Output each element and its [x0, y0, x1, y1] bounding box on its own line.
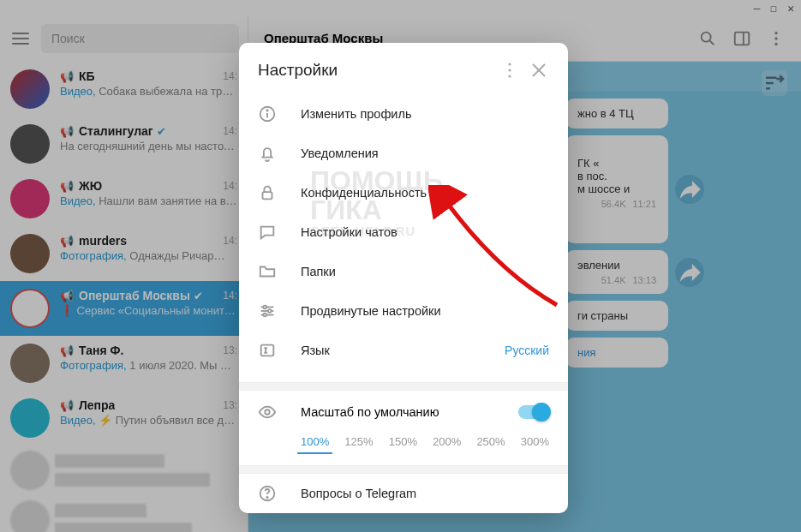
chat-icon	[258, 223, 277, 242]
menu-value: Русский	[505, 344, 549, 357]
menu-label: Вопросы о Telegram	[301, 487, 416, 500]
info-icon	[258, 105, 277, 123]
default-scale-toggle[interactable]	[518, 405, 549, 419]
scale-option[interactable]: 150%	[389, 435, 417, 448]
menu-label: Настройки чатов	[301, 225, 398, 239]
svg-point-9	[508, 75, 511, 77]
folder-icon	[258, 262, 277, 281]
menu-label: Изменить профиль	[301, 107, 411, 121]
question-icon	[258, 484, 277, 503]
modal-header: Настройки	[239, 43, 568, 89]
menu-item-notifications[interactable]: Уведомления	[239, 134, 568, 173]
menu-label: Конфиденциальность	[301, 186, 427, 200]
menu-label: Язык	[301, 344, 330, 357]
settings-modal: Настройки Изменить профиль Уведомления К…	[239, 43, 568, 513]
svg-point-7	[508, 63, 511, 65]
menu-item-advanced[interactable]: Продвинутые настройки	[239, 291, 568, 331]
menu-item-faq[interactable]: Вопросы о Telegram	[239, 474, 568, 513]
svg-point-14	[266, 110, 267, 111]
svg-point-20	[268, 309, 272, 313]
settings-menu: Изменить профиль Уведомления Конфиденциа…	[239, 89, 568, 382]
scale-option[interactable]: 100%	[301, 435, 329, 448]
default-scale-row: Масштаб по умолчанию	[239, 391, 568, 430]
svg-rect-22	[261, 345, 274, 356]
svg-point-25	[266, 497, 267, 498]
scale-option[interactable]: 125%	[344, 435, 373, 448]
language-icon	[258, 341, 277, 360]
menu-label: Уведомления	[301, 146, 379, 160]
menu-label: Продвинутые настройки	[301, 304, 441, 318]
menu-label: Папки	[301, 265, 336, 278]
divider	[239, 465, 568, 474]
sliders-icon	[258, 302, 277, 320]
more-icon[interactable]	[499, 60, 520, 81]
lock-icon	[258, 183, 277, 202]
menu-item-folders[interactable]: Папки	[239, 252, 568, 291]
scale-option[interactable]: 200%	[433, 435, 461, 448]
menu-item-edit-profile[interactable]: Изменить профиль	[239, 94, 568, 134]
menu-item-privacy[interactable]: Конфиденциальность	[239, 173, 568, 212]
svg-point-23	[265, 409, 270, 415]
modal-title: Настройки	[258, 61, 491, 80]
bell-icon	[258, 144, 277, 163]
svg-point-8	[508, 69, 511, 71]
scale-options: 100% 125% 150% 200% 250% 300%	[239, 430, 568, 465]
svg-rect-15	[263, 192, 272, 199]
eye-icon	[258, 403, 277, 421]
divider	[239, 382, 568, 391]
menu-item-language[interactable]: Язык Русский	[239, 331, 568, 370]
scale-option[interactable]: 250%	[476, 435, 505, 448]
default-scale-label: Масштаб по умолчанию	[301, 405, 439, 419]
close-icon[interactable]	[529, 60, 549, 81]
svg-point-19	[263, 306, 266, 309]
scale-option[interactable]: 300%	[521, 435, 549, 448]
menu-item-chat-settings[interactable]: Настройки чатов	[239, 212, 568, 252]
svg-point-21	[263, 314, 266, 317]
